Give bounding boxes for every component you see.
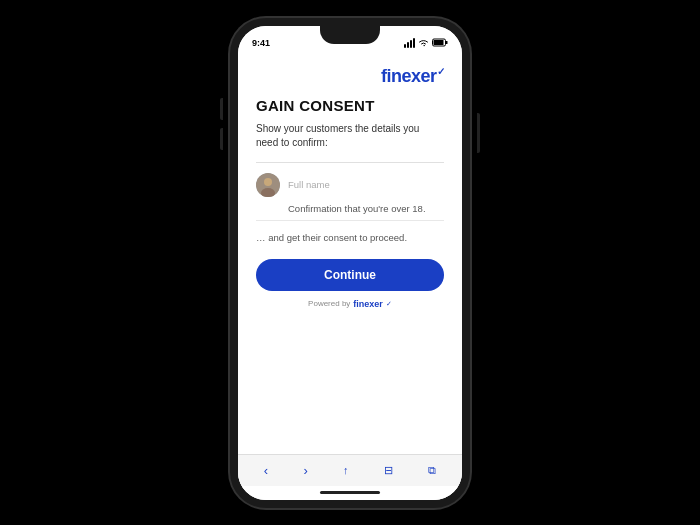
logo-checkmark: ✓ [437,66,445,77]
power-button [477,113,480,153]
browser-copy-button[interactable]: ⧉ [428,464,436,477]
powered-by-label: Powered by [308,299,350,308]
page-title: GAIN CONSENT [256,97,444,114]
browser-forward-button[interactable]: › [303,463,307,478]
screen-content: finexer✓ GAIN CONSENT Show your customer… [238,54,462,500]
subtitle-text: Show your customers the details you need… [256,123,419,148]
avatar [256,173,280,197]
browser-back-button[interactable]: ‹ [264,463,268,478]
divider-bottom [256,220,444,221]
avatar-image [256,173,280,197]
phone-screen: 9:41 [230,18,470,508]
phone-frame-wrapper: 9:41 [230,18,470,508]
brand-logo: finexer✓ [381,66,444,87]
svg-rect-1 [446,41,448,44]
volume-down-button [220,128,223,150]
fullname-placeholder: Full name [288,179,330,190]
browser-book-button[interactable]: ⊟ [384,464,393,477]
user-row: Full name [256,173,444,197]
app-area: finexer✓ GAIN CONSENT Show your customer… [238,54,462,454]
status-bar: 9:41 [238,26,462,54]
svg-rect-2 [434,40,444,45]
confirmation-text: Confirmation that you're over 18. [256,203,444,214]
battery-icon [432,38,448,47]
browser-bar: ‹ › ↑ ⊟ ⧉ [238,454,462,486]
status-time: 9:41 [252,38,270,48]
consent-text: … and get their consent to proceed. [256,231,444,245]
volume-up-button [220,98,223,120]
wifi-icon [418,38,429,47]
powered-by-checkmark: ✓ [386,300,392,308]
logo-text: finexer [381,66,437,86]
home-bar [320,491,380,494]
logo-area: finexer✓ [256,66,444,87]
continue-button[interactable]: Continue [256,259,444,291]
home-indicator [238,486,462,500]
powered-by-brand: finexer [353,299,383,309]
divider-top [256,162,444,163]
status-icons [404,38,448,48]
browser-upload-button[interactable]: ↑ [343,464,349,476]
powered-by: Powered by finexer ✓ [256,299,444,309]
notch [320,26,380,44]
subtitle: Show your customers the details you need… [256,122,444,150]
svg-point-4 [264,178,272,186]
signal-icon [404,38,415,48]
